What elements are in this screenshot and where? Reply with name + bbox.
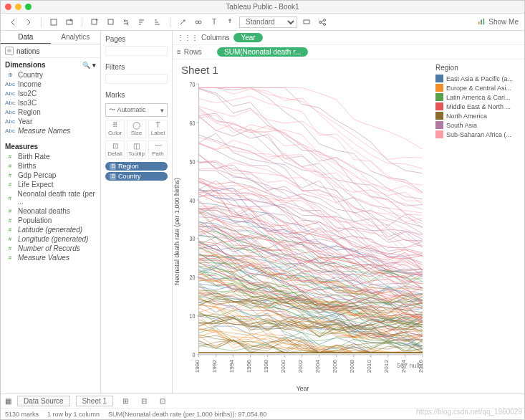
legend-item[interactable]: Europe & Central Asi... bbox=[435, 83, 520, 92]
redo-icon[interactable] bbox=[104, 16, 117, 28]
field-measure-names[interactable]: AbcMeasure Names bbox=[5, 126, 100, 135]
svg-text:2010: 2010 bbox=[366, 360, 372, 373]
datasource-icon: ⊞ bbox=[5, 47, 14, 55]
save-icon[interactable] bbox=[47, 16, 60, 28]
svg-text:1996: 1996 bbox=[246, 360, 251, 373]
svg-text:1994: 1994 bbox=[228, 359, 234, 373]
svg-rect-2 bbox=[92, 19, 97, 24]
mark-detail[interactable]: ⊡Detail bbox=[105, 140, 125, 159]
field-population[interactable]: #Population bbox=[5, 216, 100, 225]
watermark: https://blog.csdn.net/qq_1960029 bbox=[416, 408, 522, 416]
new-story-icon[interactable]: ⊡ bbox=[156, 396, 169, 407]
globe-icon: ⊕ bbox=[5, 72, 15, 78]
legend-item[interactable]: Latin America & Cari... bbox=[435, 92, 520, 102]
svg-rect-3 bbox=[108, 19, 113, 24]
field-neonatal-death-rate-per-[interactable]: #Neonatal death rate (per ... bbox=[5, 189, 100, 206]
nulls-indicator[interactable]: 567 nulls bbox=[397, 362, 423, 369]
svg-rect-10 bbox=[478, 22, 480, 24]
tab-analytics[interactable]: Analytics bbox=[51, 31, 101, 44]
group-icon[interactable] bbox=[192, 16, 205, 28]
abc-icon: Abc bbox=[5, 128, 15, 134]
field-births[interactable]: #Births bbox=[5, 161, 100, 171]
mark-pill-region[interactable]: ⠿Region bbox=[105, 162, 168, 171]
tab-sheet1[interactable]: Sheet 1 bbox=[76, 396, 113, 406]
pin-icon[interactable] bbox=[223, 16, 236, 28]
legend-item[interactable]: North America bbox=[435, 111, 520, 120]
rows-pill-sum[interactable]: SUM(Neonatal death r... bbox=[217, 47, 308, 57]
mark-label[interactable]: TLabel bbox=[148, 120, 168, 138]
svg-text:2000: 2000 bbox=[280, 360, 286, 373]
field-country[interactable]: ⊕Country bbox=[5, 70, 100, 80]
datasource-name: nations bbox=[16, 47, 39, 55]
showme-icon bbox=[478, 18, 485, 27]
new-dashboard-icon[interactable]: ⊟ bbox=[138, 396, 150, 407]
abc-icon: Abc bbox=[5, 81, 15, 87]
field-year[interactable]: AbcYear bbox=[5, 117, 100, 126]
legend-item[interactable]: East Asia & Pacific (a... bbox=[435, 74, 520, 83]
field-iso3c[interactable]: AbcIso3C bbox=[5, 98, 100, 108]
viz-area: Sheet 1 01020304050607019901992199419961… bbox=[173, 59, 431, 393]
svg-rect-0 bbox=[51, 19, 57, 25]
measures-list: #Birth Rate#Births#Gdp Percap#Life Expec… bbox=[1, 152, 100, 267]
field-measure-values[interactable]: #Measure Values bbox=[5, 253, 100, 262]
columns-shelf[interactable]: ⋮⋮⋮Columns Year bbox=[173, 31, 524, 45]
status-rowcol: 1 row by 1 column bbox=[47, 411, 100, 418]
field-life-expect[interactable]: #Life Expect bbox=[5, 180, 100, 189]
sort-asc-icon[interactable] bbox=[135, 16, 148, 28]
field-region[interactable]: AbcRegion bbox=[5, 108, 100, 117]
maximize-icon[interactable] bbox=[25, 4, 32, 10]
marks-type-select[interactable]: 〜 Automatic▾ bbox=[105, 103, 168, 117]
presentation-icon[interactable] bbox=[300, 16, 313, 28]
undo-icon[interactable] bbox=[88, 16, 101, 28]
tab-data[interactable]: Data bbox=[1, 31, 51, 44]
highlight-icon[interactable] bbox=[176, 16, 189, 28]
mark-color[interactable]: ⠿Color bbox=[105, 120, 125, 138]
forward-button[interactable] bbox=[22, 16, 35, 28]
number-icon: # bbox=[5, 181, 15, 188]
legend-item[interactable]: Middle East & North ... bbox=[435, 102, 520, 111]
swap-icon[interactable] bbox=[120, 16, 133, 28]
mark-path[interactable]: 〰Path bbox=[148, 140, 168, 159]
field-longitude-generated-[interactable]: #Longitude (generated) bbox=[5, 234, 100, 244]
field-birth-rate[interactable]: #Birth Rate bbox=[5, 152, 100, 161]
field-number-of-records[interactable]: #Number of Records bbox=[5, 244, 100, 253]
field-gdp-percap[interactable]: #Gdp Percap bbox=[5, 171, 100, 180]
field-income[interactable]: AbcIncome bbox=[5, 80, 100, 89]
legend-item[interactable]: Sub-Saharan Africa (... bbox=[435, 130, 520, 139]
number-icon: # bbox=[5, 163, 15, 169]
chart[interactable]: 0102030405060701990199219941996199820002… bbox=[178, 79, 427, 383]
new-data-icon[interactable] bbox=[63, 16, 76, 28]
svg-text:60: 60 bbox=[190, 120, 196, 127]
pages-shelf[interactable] bbox=[105, 46, 168, 56]
text-label-icon[interactable]: T bbox=[208, 16, 221, 28]
mark-size[interactable]: ◯Size bbox=[127, 120, 146, 138]
number-icon: # bbox=[5, 226, 15, 233]
tab-data-source[interactable]: Data Source bbox=[17, 396, 70, 406]
dimensions-header: Dimensions 🔍 ▾ bbox=[1, 58, 100, 70]
field-iso2c[interactable]: AbcIso2C bbox=[5, 89, 100, 98]
field-neonatal-deaths[interactable]: #Neonatal deaths bbox=[5, 206, 100, 216]
abc-icon: Abc bbox=[5, 100, 15, 106]
search-icon[interactable]: 🔍 ▾ bbox=[82, 62, 96, 69]
mark-tooltip[interactable]: ◫Tooltip bbox=[127, 140, 146, 159]
legend-item[interactable]: South Asia bbox=[435, 120, 520, 130]
app-window: Tableau Public - Book1 T Standard Show M… bbox=[0, 0, 525, 420]
number-icon: # bbox=[5, 245, 15, 252]
sort-desc-icon[interactable] bbox=[151, 16, 164, 28]
back-button[interactable] bbox=[6, 16, 19, 28]
filters-shelf[interactable] bbox=[105, 74, 168, 84]
rows-shelf[interactable]: ≡Rows SUM(Neonatal death r... bbox=[173, 45, 524, 59]
datasource-row[interactable]: ⊞ nations bbox=[1, 44, 100, 58]
field-latitude-generated-[interactable]: #Latitude (generated) bbox=[5, 225, 100, 234]
new-sheet-icon[interactable]: ⊞ bbox=[119, 396, 132, 407]
columns-pill-year[interactable]: Year bbox=[233, 33, 262, 42]
share-icon[interactable] bbox=[316, 16, 329, 28]
svg-point-5 bbox=[198, 21, 201, 24]
showme-button[interactable]: Show Me bbox=[488, 18, 519, 26]
close-icon[interactable] bbox=[5, 4, 11, 10]
window-controls bbox=[5, 4, 32, 10]
legend: Region East Asia & Pacific (a...Europe &… bbox=[431, 59, 524, 393]
minimize-icon[interactable] bbox=[15, 4, 21, 10]
mark-pill-country[interactable]: ⠿Country bbox=[105, 172, 168, 181]
fit-select[interactable]: Standard bbox=[239, 16, 297, 28]
